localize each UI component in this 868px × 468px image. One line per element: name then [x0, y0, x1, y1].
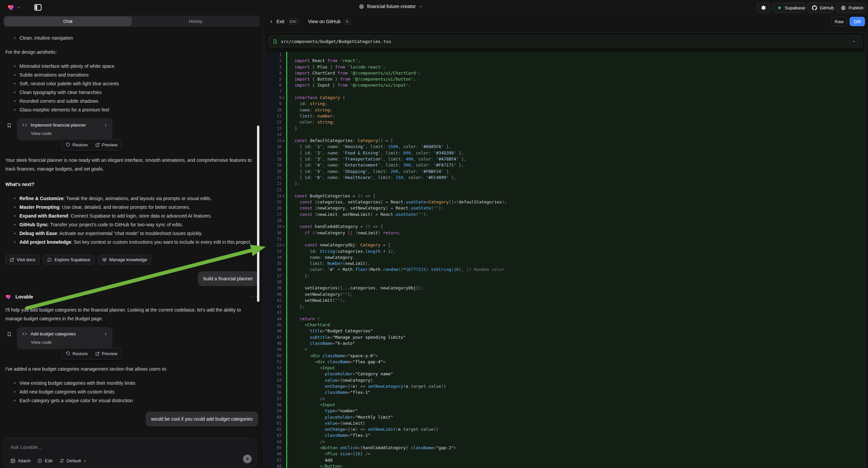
code-line-content: const [newLimit, setNewLimit] = React.us…	[286, 211, 865, 217]
chat-history-tabs: Chat History	[3, 16, 260, 27]
version-card[interactable]: Add budget categoriesView codeRestorePre…	[17, 327, 113, 349]
message-text: I'll help you add budget categories to t…	[5, 305, 258, 323]
code-line: 64 />	[266, 439, 865, 445]
code-line: 21 { id: '6', name: 'Healthcare', limit:…	[266, 175, 865, 181]
publish-button[interactable]: Publish	[836, 3, 866, 13]
code-line-content: { id: '3', name: 'Transportation', limit…	[286, 156, 865, 162]
code-line-content: const defaultCategories: Category[] = [	[286, 138, 865, 144]
code-line: 67 Add	[266, 457, 865, 463]
list-item: Add new budget categories with custom li…	[5, 387, 258, 396]
supabase-button[interactable]: Supabase	[772, 3, 805, 13]
code-line: 38	[266, 279, 865, 285]
version-card[interactable]: Implement financial plannerView codeRest…	[17, 118, 113, 140]
preview-button[interactable]: Preview	[92, 140, 121, 149]
fold-chevron-icon[interactable]: ∨	[282, 95, 284, 101]
lovable-logo-icon[interactable]	[7, 3, 16, 11]
fold-chevron-icon[interactable]: ∨	[282, 138, 284, 144]
lovable-avatar-heart-icon	[5, 293, 12, 300]
code-line: 3import { Plus } from 'lucide-react';	[266, 64, 865, 70]
chevron-left-icon	[269, 20, 274, 24]
user-message-bubble: build a financial planner	[198, 271, 258, 286]
project-title-menu[interactable]: financial-future-creator	[359, 4, 423, 9]
code-line: 4import ChartCard from '@/components/ui/…	[266, 70, 865, 76]
line-number: 64	[266, 439, 286, 445]
github-button[interactable]: GitHub	[807, 3, 833, 13]
bullet-list: Clean, intuitive navigation	[5, 34, 258, 42]
code-line: 18 { id: '3', name: 'Transportation', li…	[266, 156, 865, 162]
settings-button[interactable]	[756, 3, 770, 13]
exit-button[interactable]: Exit ESC	[269, 17, 299, 26]
code-line-content: value={newCategory}	[286, 377, 865, 383]
restore-button[interactable]: Restore	[62, 140, 91, 149]
code-line-content	[286, 131, 865, 138]
line-number: 10	[266, 107, 286, 113]
code-line: 26 const [newCategory, setNewCategory] =…	[266, 205, 865, 211]
line-number: 57	[266, 396, 286, 402]
code-line: 29∨ const handleAddCategory = () => {	[266, 224, 865, 230]
code-line-content	[286, 52, 865, 58]
line-number: 11	[266, 113, 286, 119]
code-line-content: value={newLimit}	[286, 420, 865, 427]
fold-chevron-icon[interactable]: ∨	[282, 193, 284, 199]
attach-button[interactable]: Attach	[10, 458, 31, 463]
code-line-content: className="flex-1"	[286, 389, 865, 396]
card-actions-popover: RestorePreview	[61, 139, 122, 151]
preview-button[interactable]: Preview	[92, 349, 121, 358]
file-path-bar[interactable]: src/components/budget/BudgetCategories.t…	[268, 35, 862, 47]
exit-label: Exit	[276, 19, 284, 24]
gear-icon	[761, 5, 766, 10]
suggestion-buttons: Visit docsExplore SupabaseManage knowled…	[5, 255, 258, 265]
code-line-content	[286, 89, 865, 95]
code-line-content	[286, 279, 865, 285]
send-button[interactable]	[243, 455, 252, 463]
view-code-link[interactable]: View code	[17, 338, 113, 349]
edit-button[interactable]: Edit	[37, 458, 52, 463]
line-number: 55	[266, 383, 286, 389]
code-line: 39 setCategories([...categories, newCate…	[266, 285, 865, 291]
explore-supabase-button[interactable]: Explore Supabase	[43, 255, 94, 265]
version-card-header[interactable]: Implement financial planner	[17, 118, 113, 129]
chat-input-box[interactable]: Ask Lovable... Attach Edit Default	[3, 438, 257, 467]
tab-chat[interactable]: Chat	[4, 17, 132, 26]
view-code-link[interactable]: View code	[17, 129, 113, 140]
line-number: 27	[266, 211, 286, 217]
mode-select[interactable]: Default	[59, 458, 87, 463]
line-number: 45	[266, 322, 286, 328]
tab-history[interactable]: History	[132, 17, 260, 26]
chat-scrollbar[interactable]	[257, 125, 259, 302]
fold-chevron-icon[interactable]: ∨	[282, 224, 284, 230]
line-number: 58	[266, 402, 286, 408]
code-lines[interactable]: 12import React from 'react';3import { Pl…	[266, 52, 865, 468]
code-line-content: id: string;	[286, 101, 865, 107]
sidebar-toggle-icon[interactable]	[34, 3, 42, 12]
code-line: 58 <Input	[266, 402, 865, 408]
code-line: 33 id: String(categories.length + 1),	[266, 248, 865, 255]
line-number: 46	[266, 328, 286, 334]
chat-message-list[interactable]: Clean, intuitive navigationFor the desig…	[0, 28, 264, 436]
line-number: 1	[266, 52, 286, 58]
diff-toggle-button[interactable]: Diff	[849, 17, 865, 26]
list-item: Refine & Customize: Tweak the design, an…	[5, 194, 258, 203]
line-number: 65	[266, 445, 286, 451]
line-number: 18	[266, 156, 286, 162]
restore-button[interactable]: Restore	[62, 349, 91, 358]
code-line: 9 id: string;	[266, 101, 865, 107]
message-text: Your sleek financial planner is now read…	[5, 156, 258, 173]
chat-panel: Chat History Clean, intuitive navigation…	[0, 15, 264, 468]
fold-chevron-icon[interactable]: ∨	[282, 242, 284, 248]
bookmark-icon[interactable]	[7, 123, 12, 128]
visit-docs-button[interactable]: Visit docs	[5, 255, 39, 265]
logo-chevron-down-icon[interactable]	[17, 6, 21, 9]
list-item: Rounded corners and subtle shadows	[5, 97, 258, 106]
project-name: financial-future-creator	[367, 4, 416, 9]
collapse-file-button[interactable]	[849, 37, 858, 46]
code-line-content: type="number"	[286, 408, 865, 414]
list-item: GitHub Sync: Transfer your project's cod…	[5, 220, 258, 229]
code-line: 24∨const BudgetCategories = () => {	[266, 193, 865, 199]
view-on-github-button[interactable]: View on GitHub G	[308, 17, 351, 26]
raw-toggle-button[interactable]: Raw	[831, 17, 847, 26]
bookmark-icon[interactable]	[7, 332, 12, 337]
manage-knowledge-button[interactable]: Manage knowledge	[98, 255, 152, 265]
version-card-header[interactable]: Add budget categories	[17, 327, 113, 338]
code-line-content: className="flex-1"	[286, 432, 865, 438]
